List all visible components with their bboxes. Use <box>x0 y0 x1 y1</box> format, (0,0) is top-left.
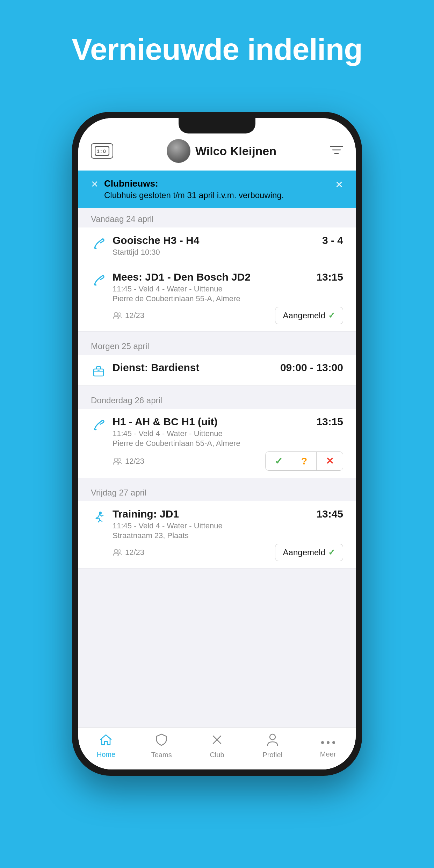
svg-text:0: 0 <box>103 149 106 154</box>
date-header-tomorrow: Morgen 25 april <box>78 335 356 355</box>
nav-label-meer: Meer <box>320 750 336 758</box>
event-sub1-training: 11:45 - Veld 4 - Water - Uittenue <box>113 521 343 530</box>
event-bottom-row-training: 12/23 Aangemeld ✓ <box>113 544 343 561</box>
hockey-icon-2 <box>91 273 106 288</box>
event-card-training: Training: JD1 13:45 11:45 - Veld 4 - Wat… <box>78 501 356 569</box>
notification-content: ✕ Clubnieuws: Clubhuis gesloten t/m 31 a… <box>91 178 335 200</box>
event-title-mees: Mees: JD1 - Den Bosch JD2 <box>113 271 251 283</box>
event-people: 12/23 <box>113 311 144 320</box>
event-row: Training: JD1 13:45 11:45 - Veld 4 - Wat… <box>91 508 343 561</box>
header-user: Wilco Kleijnen <box>167 139 276 163</box>
event-time-h1: 13:15 <box>316 416 343 428</box>
svg-point-22 <box>332 741 335 744</box>
event-time-training: 13:45 <box>316 508 343 520</box>
svg-point-21 <box>327 741 330 744</box>
event-sub: Starttijd 10:30 <box>113 248 343 257</box>
nav-item-teams[interactable]: Teams <box>134 733 189 759</box>
aangemeld-button-training[interactable]: Aangemeld ✓ <box>275 544 343 561</box>
nav-item-home[interactable]: Home <box>78 734 134 759</box>
people-count-h1: 12/23 <box>125 457 144 466</box>
notification-dismiss-left[interactable]: ✕ <box>91 179 99 190</box>
event-sub1-h1: 11:45 - Veld 4 - Water - Uittenue <box>113 429 343 438</box>
notification-close-icon[interactable]: ✕ <box>335 179 343 190</box>
response-no-button[interactable]: ✕ <box>317 452 343 470</box>
event-details-bardienst: Dienst: Bardienst 09:00 - 13:00 <box>113 362 343 374</box>
event-card: Gooische H3 - H4 3 - 4 Starttijd 10:30 <box>78 227 356 264</box>
svg-text:1: 1 <box>97 149 100 154</box>
notification-title: Clubnieuws: <box>104 178 284 189</box>
avatar <box>167 139 190 163</box>
svg-point-19 <box>270 734 275 740</box>
scoreboard-icon[interactable]: 1 : 0 <box>91 143 113 159</box>
response-yes-button[interactable]: ✓ <box>266 452 292 470</box>
notification-text: Clubnieuws: Clubhuis gesloten t/m 31 apr… <box>104 178 284 200</box>
event-details-mees: Mees: JD1 - Den Bosch JD2 13:15 11:45 - … <box>113 271 343 324</box>
event-sub1: 11:45 - Veld 4 - Water - Uittenue <box>113 284 343 294</box>
svg-point-12 <box>114 458 118 462</box>
svg-point-13 <box>118 458 121 461</box>
event-title-row: Training: JD1 13:45 <box>113 508 343 520</box>
phone-notch <box>179 118 255 133</box>
svg-point-7 <box>114 312 118 316</box>
section-sep-1 <box>78 332 356 335</box>
event-title-row: Dienst: Bardienst 09:00 - 13:00 <box>113 362 343 374</box>
event-sub2-h1: Pierre de Coubertinlaan 55-A, Almere <box>113 439 343 448</box>
notification-body: Clubhuis gesloten t/m 31 april i.v.m. ve… <box>104 190 284 200</box>
event-card-mees: Mees: JD1 - Den Bosch JD2 13:15 11:45 - … <box>78 264 356 332</box>
date-header-thursday: Donderdag 26 april <box>78 389 356 409</box>
user-name: Wilco Kleijnen <box>195 144 276 158</box>
event-title-bardienst: Dienst: Bardienst <box>113 362 199 374</box>
event-people-h1: 12/23 <box>113 457 144 466</box>
event-details-h1: H1 - AH & BC H1 (uit) 13:15 11:45 - Veld… <box>113 416 343 471</box>
response-maybe-button[interactable]: ? <box>292 452 317 470</box>
briefcase-icon <box>91 363 106 378</box>
date-header-today: Vandaag 24 april <box>78 208 356 227</box>
event-details: Gooische H3 - H4 3 - 4 Starttijd 10:30 <box>113 234 343 257</box>
svg-point-20 <box>321 741 324 744</box>
event-people-training: 12/23 <box>113 548 144 557</box>
event-time-mees: 13:15 <box>316 271 343 283</box>
notification-banner: ✕ Clubnieuws: Clubhuis gesloten t/m 31 a… <box>78 171 356 208</box>
event-score: 3 - 4 <box>322 234 343 246</box>
event-time-bardienst: 09:00 - 13:00 <box>280 362 343 374</box>
nav-label-teams: Teams <box>151 751 172 759</box>
event-row: Mees: JD1 - Den Bosch JD2 13:15 11:45 - … <box>91 271 343 324</box>
nav-item-club[interactable]: Club <box>189 733 245 759</box>
event-card-bardienst: Dienst: Bardienst 09:00 - 13:00 <box>78 355 356 386</box>
event-title-row: Gooische H3 - H4 3 - 4 <box>113 234 343 246</box>
event-title-training: Training: JD1 <box>113 508 179 520</box>
club-icon <box>211 733 223 749</box>
scroll-content: Vandaag 24 april Gooische H3 - H4 <box>78 208 356 728</box>
event-title: Gooische H3 - H4 <box>113 234 199 246</box>
hockey-icon-3 <box>91 417 106 433</box>
svg-point-8 <box>118 313 121 316</box>
event-bottom-row: 12/23 ✓ ? ✕ <box>113 451 343 471</box>
svg-text::: : <box>100 149 102 154</box>
aangemeld-button[interactable]: Aangemeld ✓ <box>275 307 343 324</box>
bottom-nav: Home Teams Club <box>78 728 356 769</box>
shield-icon <box>156 733 167 749</box>
event-title-row: H1 - AH & BC H1 (uit) 13:15 <box>113 416 343 428</box>
date-header-friday: Vrijdag 27 april <box>78 482 356 501</box>
svg-point-15 <box>114 549 118 553</box>
nav-item-meer[interactable]: Meer <box>300 735 356 758</box>
svg-point-16 <box>118 550 121 552</box>
home-icon <box>100 734 112 748</box>
run-icon <box>91 509 106 525</box>
section-sep-3 <box>78 478 356 482</box>
nav-label-profiel: Profiel <box>262 751 282 759</box>
event-row: H1 - AH & BC H1 (uit) 13:15 11:45 - Veld… <box>91 416 343 471</box>
phone-frame: 1 : 0 Wilco Kleijnen <box>72 112 362 776</box>
filter-icon[interactable] <box>330 144 343 158</box>
more-icon <box>320 735 336 748</box>
event-sub2-training: Straatnaam 23, Plaats <box>113 531 343 540</box>
event-sub2: Pierre de Coubertinlaan 55-A, Almere <box>113 294 343 303</box>
event-title-row: Mees: JD1 - Den Bosch JD2 13:15 <box>113 271 343 283</box>
people-count: 12/23 <box>125 311 144 320</box>
svg-point-14 <box>99 512 102 514</box>
hockey-icon <box>91 236 106 251</box>
page-title: Vernieuwde indeling <box>0 0 434 88</box>
section-sep-2 <box>78 386 356 389</box>
people-count-training: 12/23 <box>125 548 144 557</box>
nav-item-profiel[interactable]: Profiel <box>245 733 300 759</box>
